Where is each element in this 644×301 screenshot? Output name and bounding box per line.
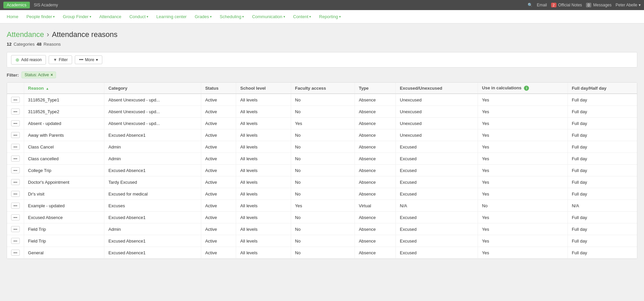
nav-people-finder[interactable]: People finder ▾ (23, 12, 58, 21)
nav-scheduling[interactable]: Scheduling ▾ (216, 12, 247, 21)
th-reason[interactable]: Reason ▲ (24, 83, 104, 94)
breadcrumb-separator-icon: › (47, 30, 49, 39)
status-cell: Active (201, 94, 236, 106)
row-actions-cell: ••• (7, 223, 24, 235)
reasons-label: Reasons (44, 42, 61, 47)
fullday-cell: Full day (568, 141, 637, 153)
add-reason-button[interactable]: ⊕ Add reason (11, 55, 46, 64)
more-button[interactable]: ••• More ▾ (75, 55, 102, 64)
type-cell: Absence (355, 129, 395, 141)
excused-cell: Excused (396, 176, 478, 188)
nav-group-finder[interactable]: Group Finder ▾ (59, 12, 95, 21)
row-menu-button[interactable]: ••• (11, 203, 20, 209)
row-menu-button[interactable]: ••• (11, 97, 20, 103)
row-menu-button[interactable]: ••• (11, 191, 20, 197)
official-notes-button[interactable]: Official Notes (558, 3, 582, 7)
scheduling-caret-icon: ▾ (242, 15, 244, 18)
row-menu-button[interactable]: ••• (11, 167, 20, 173)
reason-cell: Excused Absence (24, 212, 104, 223)
messages-button[interactable]: Messages (593, 3, 612, 7)
fullday-cell: Full day (568, 94, 637, 106)
filter-button[interactable]: ▼ Filter (49, 55, 72, 64)
reason-cell: Field Trip (24, 223, 104, 235)
row-menu-button[interactable]: ••• (11, 214, 20, 220)
faculty-access-cell: No (291, 188, 355, 200)
row-actions-cell: ••• (7, 141, 24, 153)
fullday-cell: Full day (568, 212, 637, 223)
sis-label: SIS Academy (34, 3, 58, 7)
row-menu-button[interactable]: ••• (11, 156, 20, 162)
filter-tag-close[interactable]: × (51, 73, 53, 77)
school-level-cell: All levels (236, 165, 291, 176)
faculty-access-cell: No (291, 153, 355, 165)
row-actions-cell: ••• (7, 165, 24, 176)
category-cell: Absent Unexcused - upd... (104, 94, 201, 106)
row-menu-button[interactable]: ••• (11, 132, 20, 138)
row-menu-button[interactable]: ••• (11, 238, 20, 244)
nav-communication[interactable]: Communication ▾ (249, 12, 288, 21)
filter-tag: Status: Active × (21, 72, 56, 78)
nav-reporting[interactable]: Reporting ▾ (316, 12, 344, 21)
school-level-cell: All levels (236, 188, 291, 200)
row-menu-button[interactable]: ••• (11, 144, 20, 150)
fullday-cell: Full day (568, 188, 637, 200)
calculations-cell: Yes (478, 165, 568, 176)
row-actions-cell: ••• (7, 153, 24, 165)
info-icon[interactable]: i (524, 86, 529, 91)
type-cell: Absence (355, 94, 395, 106)
filter-row-label: Filter: (7, 73, 19, 78)
calculations-cell: Yes (478, 94, 568, 106)
page-content: Attendance › Attendance reasons 12 Categ… (0, 24, 644, 301)
th-faculty-access: Faculty access (291, 83, 355, 94)
status-cell: Active (201, 165, 236, 176)
row-menu-button[interactable]: ••• (11, 120, 20, 126)
row-actions-cell: ••• (7, 212, 24, 223)
calculations-cell: Yes (478, 223, 568, 235)
type-cell: Absence (355, 141, 395, 153)
table-row: •••GeneralExcused Absence1ActiveAll leve… (7, 247, 637, 259)
calculations-cell: Yes (478, 153, 568, 165)
nav-conduct[interactable]: Conduct ▾ (126, 12, 152, 21)
nav-learning-center[interactable]: Learning center (153, 12, 190, 21)
row-menu-button[interactable]: ••• (11, 226, 20, 232)
status-cell: Active (201, 153, 236, 165)
add-reason-label: Add reason (21, 57, 42, 62)
category-cell: Excused for medical (104, 188, 201, 200)
th-status: Status (201, 83, 236, 94)
nav-bar: Home People finder ▾ Group Finder ▾ Atte… (0, 10, 644, 24)
school-level-cell: All levels (236, 106, 291, 118)
faculty-access-cell: No (291, 176, 355, 188)
status-cell: Active (201, 129, 236, 141)
th-school-level: School level (236, 83, 291, 94)
calculations-cell: Yes (478, 188, 568, 200)
row-menu-button[interactable]: ••• (11, 179, 20, 185)
row-actions-cell: ••• (7, 129, 24, 141)
nav-content[interactable]: Content ▾ (290, 12, 315, 21)
top-bar-left: Academics SIS Academy (3, 2, 58, 8)
breadcrumb-link[interactable]: Attendance (7, 30, 44, 39)
th-category: Category (104, 83, 201, 94)
excused-cell: Excused (396, 188, 478, 200)
search-icon[interactable]: 🔍 (528, 3, 533, 7)
reason-cell: General (24, 247, 104, 259)
type-cell: Absence (355, 153, 395, 165)
row-menu-button[interactable]: ••• (11, 109, 20, 115)
nav-home[interactable]: Home (3, 12, 22, 21)
row-actions-cell: ••• (7, 94, 24, 106)
academics-menu[interactable]: Academics (3, 2, 30, 8)
nav-attendance[interactable]: Attendance (96, 12, 125, 21)
excused-cell: Excused (396, 223, 478, 235)
excused-cell: Excused (396, 247, 478, 259)
calculations-cell: Yes (478, 118, 568, 129)
row-menu-button[interactable]: ••• (11, 250, 20, 256)
calculations-cell: Yes (478, 247, 568, 259)
faculty-access-cell: No (291, 165, 355, 176)
table-row: •••Example - updatedExcusesActiveAll lev… (7, 200, 637, 212)
user-menu[interactable]: Peter Abelle ▾ (615, 3, 641, 7)
status-cell: Active (201, 141, 236, 153)
reason-cell: Away with Parents (24, 129, 104, 141)
fullday-cell: Full day (568, 247, 637, 259)
email-link[interactable]: Email (537, 3, 547, 7)
nav-grades[interactable]: Grades ▾ (191, 12, 215, 21)
faculty-access-cell: Yes (291, 118, 355, 129)
